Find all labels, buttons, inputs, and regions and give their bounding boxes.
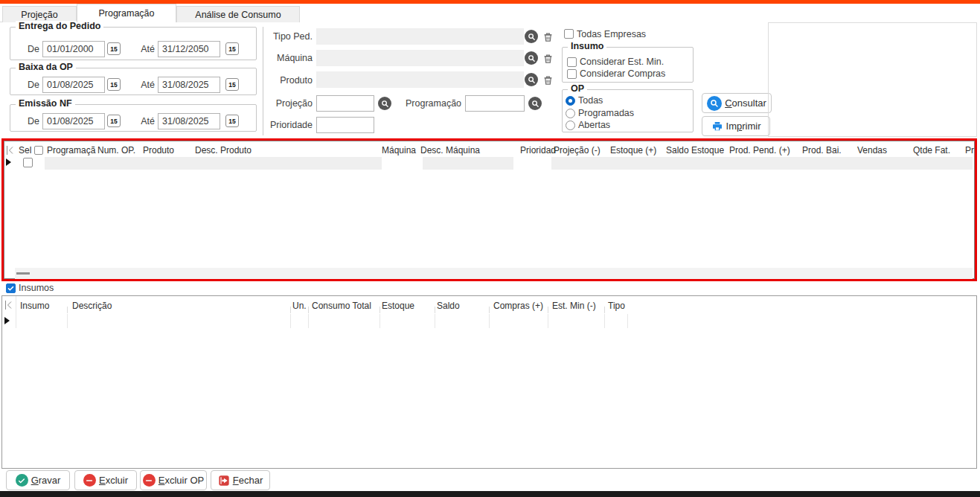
calendar-icon[interactable]: 15 bbox=[107, 78, 121, 91]
horizontal-scrollbar[interactable] bbox=[15, 268, 973, 279]
emissao-ate-input[interactable] bbox=[158, 113, 220, 129]
search-icon[interactable] bbox=[378, 97, 391, 110]
bottom-dark-bar bbox=[0, 491, 980, 497]
column-header-prod-pend[interactable]: Prod. Pend. (+) bbox=[729, 145, 790, 155]
maquina-input[interactable] bbox=[316, 50, 524, 66]
tipo-ped-input[interactable] bbox=[316, 28, 524, 45]
column-header-desc-maquina[interactable]: Desc. Máquina bbox=[420, 145, 480, 155]
trash-icon[interactable] bbox=[542, 31, 554, 44]
produto-label: Produto bbox=[262, 75, 313, 86]
produto-input[interactable] bbox=[316, 71, 524, 88]
grid-customize-icon[interactable] bbox=[6, 146, 13, 155]
column-header-estoque[interactable]: Estoque (+) bbox=[610, 145, 656, 155]
search-icon[interactable] bbox=[525, 51, 538, 65]
column-header-produto[interactable]: Produto bbox=[143, 145, 174, 155]
op-programadas-radio[interactable] bbox=[566, 109, 575, 118]
search-icon[interactable] bbox=[528, 97, 542, 110]
programacao-grid: Sel Programaçã Num. OP. Produto Desc. Pr… bbox=[1, 138, 977, 281]
column-header-compras[interactable]: Compras (+) bbox=[493, 301, 543, 311]
date-to-label: Até bbox=[132, 116, 155, 126]
programacao-input[interactable] bbox=[465, 95, 525, 112]
column-header-descricao[interactable]: Descrição bbox=[72, 301, 112, 311]
column-header-maquina[interactable]: Máquina bbox=[382, 145, 416, 155]
entrega-ate-input[interactable] bbox=[158, 41, 220, 57]
search-icon[interactable] bbox=[525, 30, 538, 43]
insumos-grid: Insumo Descrição Un. Consumo Total Estoq… bbox=[1, 295, 977, 469]
fechar-label: Fechar bbox=[233, 475, 263, 486]
imprimir-button[interactable]: Imprimir bbox=[702, 116, 770, 136]
column-header-consumo-total[interactable]: Consumo Total bbox=[312, 301, 371, 311]
insumos-checkbox[interactable] bbox=[6, 283, 16, 293]
todas-empresas-checkbox[interactable] bbox=[564, 29, 574, 39]
imprimir-label: Imprimir bbox=[726, 121, 761, 132]
considerar-est-min-label: Considerar Est. Min. bbox=[580, 57, 664, 67]
column-header-vendas[interactable]: Vendas bbox=[857, 145, 887, 155]
excluir-label: Excluir bbox=[99, 475, 128, 486]
table-row-cell[interactable] bbox=[551, 157, 973, 170]
op-todas-radio[interactable] bbox=[566, 96, 575, 106]
column-header-projecao[interactable]: Projeção (-) bbox=[554, 145, 601, 155]
op-programadas-label: Programadas bbox=[578, 108, 634, 118]
indicator-column-divider bbox=[16, 296, 16, 328]
considerar-compras-checkbox[interactable] bbox=[567, 69, 577, 79]
column-header-pr[interactable]: Pr bbox=[965, 145, 974, 155]
calendar-icon[interactable]: 15 bbox=[225, 42, 239, 55]
calendar-icon[interactable]: 15 bbox=[107, 115, 121, 127]
column-header-un[interactable]: Un. bbox=[292, 301, 307, 311]
app-window: Projeção Programação Análise de Consumo … bbox=[0, 0, 980, 497]
calendar-icon[interactable]: 15 bbox=[225, 115, 239, 127]
fechar-button[interactable]: Fechar bbox=[211, 470, 270, 490]
row-select-checkbox[interactable] bbox=[23, 158, 33, 167]
column-header-saldo-estoque[interactable]: Saldo Estoque bbox=[666, 145, 724, 155]
trash-icon[interactable] bbox=[542, 74, 554, 87]
prioridade-input[interactable] bbox=[316, 117, 374, 133]
column-header-insumo[interactable]: Insumo bbox=[20, 301, 49, 311]
calendar-day: 15 bbox=[228, 45, 235, 53]
check-circle-icon bbox=[16, 474, 28, 487]
column-header-tipo[interactable]: Tipo bbox=[608, 301, 625, 311]
op-abertas-radio[interactable] bbox=[566, 121, 575, 130]
projecao-input[interactable] bbox=[316, 95, 374, 112]
column-header-desc-produto[interactable]: Desc. Produto bbox=[195, 145, 252, 155]
column-header-est-min[interactable]: Est. Min (-) bbox=[552, 301, 596, 311]
baixa-de-input[interactable] bbox=[42, 77, 105, 93]
scrollbar-thumb[interactable] bbox=[16, 272, 30, 275]
tab-projecao[interactable]: Projeção bbox=[2, 6, 77, 22]
todas-empresas-label: Todas Empresas bbox=[577, 29, 646, 39]
grid-customize-icon[interactable] bbox=[4, 301, 12, 310]
search-icon[interactable] bbox=[525, 73, 538, 86]
considerar-est-min-checkbox[interactable] bbox=[567, 57, 577, 67]
table-row-cell[interactable] bbox=[45, 157, 382, 170]
excluir-op-label: Excluir OP bbox=[158, 475, 204, 486]
column-header-saldo[interactable]: Saldo bbox=[437, 301, 460, 311]
tab-programacao[interactable]: Programação bbox=[77, 4, 176, 22]
date-to-label: Até bbox=[132, 80, 155, 90]
tab-label: Projeção bbox=[21, 10, 57, 20]
excluir-op-button[interactable]: Excluir OP bbox=[140, 470, 207, 490]
trash-icon[interactable] bbox=[542, 52, 554, 65]
date-to-label: Até bbox=[132, 44, 155, 54]
consultar-label: Consultar bbox=[725, 97, 766, 109]
column-header-programacao[interactable]: Programaçã bbox=[47, 145, 95, 155]
entrega-de-input[interactable] bbox=[42, 41, 105, 57]
consultar-button[interactable]: Consultar bbox=[702, 93, 772, 113]
group-title: Insumo bbox=[568, 41, 606, 51]
column-header-qtde-fat[interactable]: Qtde Fat. bbox=[913, 145, 950, 155]
column-header-num-op[interactable]: Num. OP. bbox=[97, 145, 135, 155]
date-from-label: De bbox=[17, 44, 39, 54]
column-header-estoque[interactable]: Estoque bbox=[382, 301, 414, 311]
column-header-prioridade[interactable]: Prioridad bbox=[520, 145, 556, 155]
column-header-prod-bai[interactable]: Prod. Bai. bbox=[802, 145, 842, 155]
gravar-button[interactable]: Gravar bbox=[6, 470, 70, 490]
column-header-sel[interactable]: Sel bbox=[19, 145, 31, 155]
emissao-de-input[interactable] bbox=[42, 113, 105, 129]
calendar-icon[interactable]: 15 bbox=[225, 78, 239, 91]
select-all-checkbox[interactable] bbox=[34, 146, 43, 155]
calendar-icon[interactable]: 15 bbox=[107, 42, 121, 55]
exit-icon bbox=[218, 475, 230, 487]
baixa-ate-input[interactable] bbox=[158, 77, 220, 93]
table-row-cell[interactable] bbox=[423, 157, 513, 170]
printer-icon bbox=[711, 121, 723, 132]
tab-analise-de-consumo[interactable]: Análise de Consumo bbox=[176, 6, 300, 22]
excluir-button[interactable]: Excluir bbox=[74, 470, 137, 490]
